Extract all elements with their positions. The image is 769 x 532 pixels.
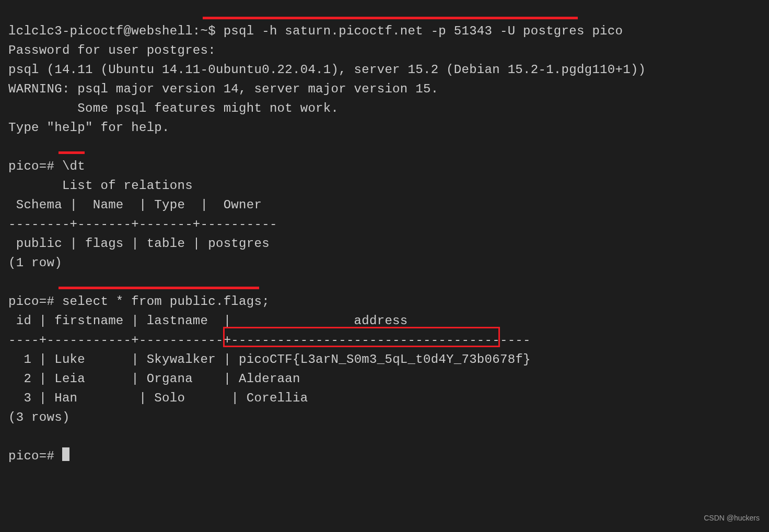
flags-row-2: 2 | Leia | Organa | Alderaan [8,372,300,386]
psql-prompt-line-dt: pico=# \dt [8,159,85,173]
psql-prompt-line-select: pico=# select * from public.flags; [8,294,270,309]
annotation-underline-dt [59,151,85,154]
psql-prompt: pico=# [8,449,54,463]
relations-header: Schema | Name | Type | Owner [8,198,262,212]
shell-line-1: lclclc3-picoctf@webshell:~$ psql -h satu… [8,24,623,38]
psql-warning-line-2: Some psql features might not work. [8,101,339,115]
select-command: select * from public.flags; [62,294,270,309]
blank-line [8,430,16,444]
flags-row-1: 1 | Luke | Skywalker | picoCTF{L3arN_S0m… [8,352,531,367]
psql-connect-command: psql -h saturn.picoctf.net -p 51343 -U p… [224,24,623,38]
psql-help-line: Type "help" for help. [8,121,170,135]
psql-prompt-line-idle: pico=# [8,449,69,463]
flag-value: picoCTF{L3arN_S0m3_5qL_t0d4Y_73b0678f} [239,352,531,367]
relations-divider: --------+-------+-------+---------- [8,217,277,231]
prompt-cwd: ~ [201,24,208,38]
prompt-sigil: $ [208,24,216,38]
password-prompt-line: Password for user postgres: [8,43,216,57]
annotation-box-flag [223,327,500,347]
flags-count: (3 rows) [8,410,70,424]
psql-prompt: pico=# [8,294,54,309]
relations-count: (1 row) [8,256,62,270]
blank-line [8,275,16,289]
psql-version-line: psql (14.11 (Ubuntu 14.11-0ubuntu0.22.04… [8,63,646,77]
relations-title: List of relations [8,179,193,193]
psql-prompt: pico=# [8,159,54,173]
flags-header: id | firstname | lastname | address [8,314,408,328]
annotation-underline-psql-cmd [203,17,578,19]
prompt-user-host: lclclc3-picoctf@webshell [8,24,193,38]
watermark: CSDN @huckers [704,509,760,528]
blank-line [8,140,16,154]
annotation-underline-select [59,287,259,289]
psql-warning-line-1: WARNING: psql major version 14, server m… [8,82,438,96]
terminal-window[interactable]: lclclc3-picoctf@webshell:~$ psql -h satu… [0,0,769,532]
relations-row: public | flags | table | postgres [8,237,270,251]
dt-command: \dt [62,159,85,173]
cursor[interactable] [62,447,69,461]
flags-row-3: 3 | Han | Solo | Corellia [8,391,308,405]
